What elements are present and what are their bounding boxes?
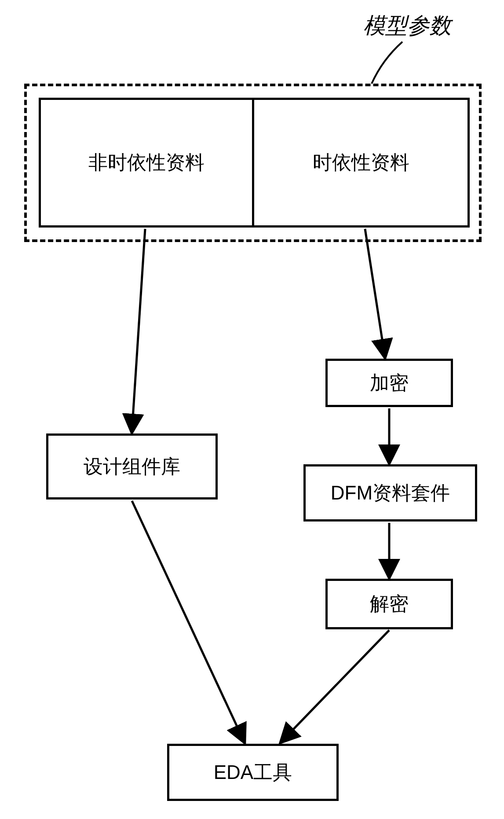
box-time-data: 时依性资料: [254, 98, 470, 228]
svg-line-6: [281, 630, 389, 742]
box-dfm-kit: DFM资料套件: [303, 464, 477, 522]
title-connector: [361, 37, 427, 90]
box-decrypt: 解密: [325, 579, 453, 629]
title-label: 模型参数: [363, 11, 451, 40]
box-nontime-data: 非时依性资料: [39, 98, 254, 228]
box-encrypt: 加密: [325, 359, 453, 407]
svg-line-2: [365, 229, 385, 356]
box-design-library: 设计组件库: [46, 433, 218, 499]
box-eda-tool: EDA工具: [167, 744, 339, 801]
svg-line-5: [132, 501, 244, 742]
svg-line-1: [132, 229, 145, 431]
